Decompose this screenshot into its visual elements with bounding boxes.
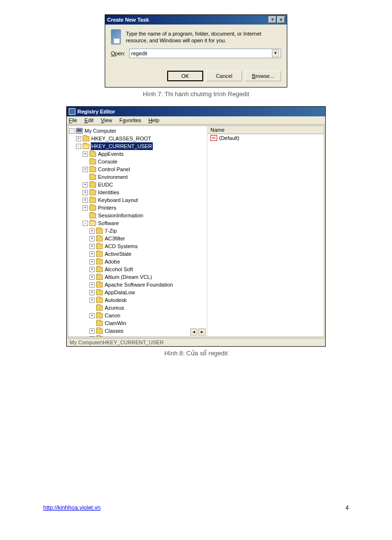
expand-icon[interactable]: + (89, 328, 95, 334)
tree-label[interactable]: Autodesk (104, 296, 127, 304)
tree-label[interactable]: 7-Zip (104, 227, 117, 235)
expand-icon[interactable]: + (89, 259, 95, 264)
expand-icon[interactable]: + (89, 298, 95, 303)
tree-node[interactable]: +Autodesk (69, 296, 206, 304)
expand-icon[interactable]: + (89, 251, 95, 257)
tree-node[interactable]: +Adobe (69, 258, 206, 265)
tree-label[interactable]: AppEvents (98, 150, 124, 158)
expand-icon[interactable] (89, 305, 95, 311)
expand-icon[interactable]: + (76, 136, 81, 141)
tree-node[interactable]: +7-Zip (69, 227, 206, 235)
expand-icon[interactable]: + (83, 205, 88, 211)
footer-link[interactable]: http://kinhhoa.violet.vn (43, 504, 100, 511)
scroll-left-button[interactable]: ◄ (190, 328, 197, 336)
tree-label[interactable]: Canon (104, 312, 121, 319)
tree-node[interactable]: +Alcohol Soft (69, 265, 206, 273)
tree-label[interactable]: ClamWin (104, 319, 127, 327)
tree-node[interactable]: +Canon (69, 312, 206, 319)
expand-icon[interactable]: + (83, 167, 88, 172)
browse-button[interactable]: Browse... (245, 71, 281, 81)
tree-label[interactable]: My Computer (84, 127, 117, 135)
tree-label[interactable]: ACD Systems (104, 242, 138, 250)
expand-icon[interactable]: - (69, 128, 74, 134)
expand-icon[interactable]: + (89, 313, 95, 318)
expand-icon[interactable]: + (89, 267, 95, 272)
tree-label[interactable]: Azureus (104, 304, 124, 312)
tree-node[interactable]: Console (69, 158, 206, 165)
expand-icon[interactable]: + (89, 236, 95, 241)
tree-node[interactable]: -Software (69, 219, 206, 227)
tree-node[interactable]: +Clients (69, 335, 206, 337)
expand-icon[interactable]: + (89, 282, 95, 288)
tree-label[interactable]: Altium (Dream VCL) (104, 273, 152, 281)
open-input[interactable] (131, 50, 272, 56)
tree-label[interactable]: HKEY_CURRENT_USER (91, 142, 153, 150)
help-button[interactable]: ? (269, 16, 276, 23)
expand-icon[interactable]: + (89, 228, 95, 234)
tree-label[interactable]: Software (98, 219, 119, 227)
tree-node[interactable]: +Altium (Dream VCL) (69, 273, 206, 281)
ok-button[interactable]: OK (167, 71, 203, 81)
tree-node[interactable]: +ACD Systems (69, 242, 206, 250)
column-header-name[interactable]: Name (208, 126, 324, 134)
tree-node[interactable]: +Control Panel (69, 165, 206, 173)
menubar[interactable]: File Edit View Favorites Help (67, 116, 325, 125)
tree-label[interactable]: Printers (98, 204, 117, 212)
tree-node[interactable]: Environment (69, 173, 206, 181)
tree-node[interactable]: +HKEY_CLASSES_ROOT (69, 135, 206, 142)
tree-node[interactable]: +AppDataLow (69, 289, 206, 296)
tree-node[interactable]: +Identities (69, 188, 206, 196)
tree-label[interactable]: Environment (98, 173, 128, 181)
close-button[interactable]: × (277, 16, 285, 23)
tree-label[interactable]: SessionInformation (98, 212, 144, 219)
expand-icon[interactable]: + (83, 198, 88, 203)
tree-label[interactable]: Classes (104, 327, 124, 335)
tree-label[interactable]: EUDC (98, 181, 113, 188)
tree-node[interactable]: +Keyboard Layout (69, 196, 206, 204)
tree-node[interactable]: +Printers (69, 204, 206, 212)
list-pane[interactable]: Name ab (Default) (208, 126, 324, 337)
tree-label[interactable]: Control Panel (98, 165, 131, 173)
titlebar[interactable]: Create New Task ? × (105, 15, 287, 25)
expand-icon[interactable]: + (89, 336, 95, 337)
menu-file[interactable]: File (69, 117, 77, 123)
tree-label[interactable]: Console (98, 158, 118, 165)
tree-pane[interactable]: -My Computer+HKEY_CLASSES_ROOT-HKEY_CURR… (68, 126, 208, 337)
tree-node[interactable]: +AC3filter (69, 235, 206, 242)
tree-label[interactable]: AppDataLow (104, 289, 135, 296)
tree-label[interactable]: ActiveState (104, 250, 132, 258)
tree-label[interactable]: AC3filter (104, 235, 125, 242)
tree-label[interactable]: Clients (104, 335, 122, 337)
tree-node[interactable]: +Classes (69, 327, 206, 335)
tree-node[interactable]: +AppEvents (69, 150, 206, 158)
tree-label[interactable]: Alcohol Soft (104, 265, 134, 273)
menu-favorites[interactable]: Favorites (120, 117, 141, 123)
tree-label[interactable]: Apache Software Foundation (104, 281, 173, 289)
expand-icon[interactable] (83, 159, 88, 164)
expand-icon[interactable]: + (83, 151, 88, 157)
menu-view[interactable]: View (101, 117, 112, 123)
tree-node[interactable]: SessionInformation (69, 212, 206, 219)
expand-icon[interactable]: - (83, 221, 88, 226)
tree-node[interactable]: ClamWin (69, 319, 206, 327)
expand-icon[interactable] (83, 175, 88, 180)
tree-node[interactable]: -HKEY_CURRENT_USER (69, 142, 206, 150)
tree-label[interactable]: Keyboard Layout (98, 196, 138, 204)
menu-edit[interactable]: Edit (85, 117, 94, 123)
list-item[interactable]: ab (Default) (208, 134, 324, 142)
tree-node[interactable]: +EUDC (69, 181, 206, 188)
open-combobox[interactable]: ▼ (129, 49, 281, 58)
tree-node[interactable]: -My Computer (69, 127, 206, 135)
menu-help[interactable]: Help (148, 117, 159, 123)
expand-icon[interactable] (89, 321, 95, 326)
tree-node[interactable]: +Apache Software Foundation (69, 281, 206, 289)
expand-icon[interactable]: - (76, 144, 81, 149)
tree-node[interactable]: +ActiveState (69, 250, 206, 258)
regedit-titlebar[interactable]: Registry Editor (67, 107, 325, 116)
dropdown-arrow-icon[interactable]: ▼ (272, 50, 279, 57)
tree-label[interactable]: HKEY_CLASSES_ROOT (91, 135, 152, 142)
expand-icon[interactable]: + (89, 290, 95, 295)
tree-node[interactable]: Azureus (69, 304, 206, 312)
expand-icon[interactable] (83, 213, 88, 218)
expand-icon[interactable]: + (89, 275, 95, 280)
